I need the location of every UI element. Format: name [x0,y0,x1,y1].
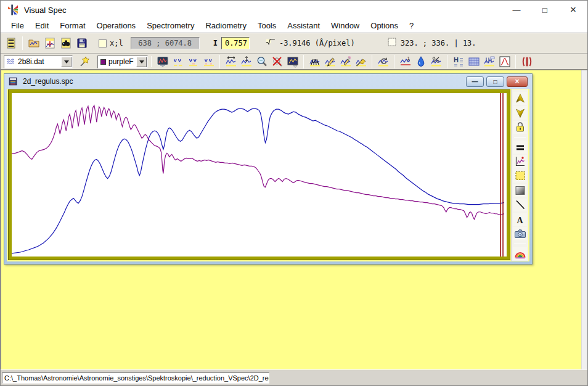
element-lines-button[interactable] [481,55,497,69]
export-chart-icon [287,55,299,68]
selection-marquee-icon [387,37,398,50]
menu-window[interactable]: Window [325,20,365,31]
scale-y-button[interactable] [239,55,254,69]
toolbar-separator [447,55,447,68]
clean-brush-button[interactable] [353,55,369,69]
snapshot-camera-button[interactable] [513,227,527,240]
file-combo-arrow[interactable] [61,57,71,67]
normalize-to-1-button[interactable]: 1 [398,55,413,69]
zoom-off-icon [271,55,284,68]
gradient-square-icon [514,184,526,197]
arrow-down-icon [514,107,526,119]
color-combo-arrow[interactable] [136,57,147,67]
svg-text:H: H [454,56,459,64]
pencil-marker-icon [340,55,352,68]
divide-percent-button[interactable] [428,55,444,69]
add-text-button[interactable]: A [513,213,527,226]
shift-up-button[interactable] [513,92,527,105]
zoom-segment-3-button[interactable] [201,55,216,69]
menu-help[interactable]: ? [404,20,419,31]
document-window[interactable]: 2d_regulus.spc — □ × A [4,73,533,265]
water-drop-button[interactable] [413,55,428,69]
vspec-logo-icon [7,4,19,16]
menu-spectrometry[interactable]: Spectrometry [141,20,200,31]
open-profile-button[interactable] [42,35,58,52]
toolbar-separator [514,244,526,244]
zoom-in-button[interactable] [254,55,269,69]
apply-tool-button[interactable] [77,55,93,69]
menu-format[interactable]: Format [54,20,91,31]
status-path: C:\_Thomas\Astronomie\Astronomie_sonstig… [2,372,269,384]
gaussian-fit-button[interactable] [497,55,512,69]
open-file-button[interactable] [26,35,42,52]
export-view-button[interactable] [285,55,300,69]
browse-files-button[interactable] [58,35,74,52]
erase-points-button[interactable] [307,55,322,69]
marquee-icon [387,37,398,47]
menu-tools[interactable]: Tools [252,20,282,31]
display-icon [157,55,169,68]
zoom-segment-1-button[interactable] [170,55,186,69]
scale-x-button[interactable] [223,55,239,69]
series-purple-spectrum [12,105,504,220]
draw-marker-button[interactable] [338,55,353,69]
draw-pencil-button[interactable] [322,55,338,69]
drop-icon [415,55,427,68]
zoom-segment-2-button[interactable] [186,55,201,69]
display-mode-button[interactable] [155,55,170,69]
document-close-button[interactable]: × [507,76,528,87]
periodic-table-button[interactable] [466,55,481,69]
main-toolbar: x;l 638 ; 6074.8 I 0.757 -3.9146 (Å/pixe… [1,33,587,54]
minimize-button[interactable]: — [502,1,531,19]
select-area-button[interactable] [513,170,527,183]
zoom-reset-button[interactable] [269,55,285,69]
spectrum-chart[interactable] [9,90,510,260]
menu-edit[interactable]: Edit [30,20,54,31]
series-options-button[interactable] [513,155,527,168]
toolbar-separator [303,55,304,68]
open-folder-icon [28,37,40,49]
dispersion-readout: -3.9146 (Å/pixel) [279,39,355,47]
save-button[interactable] [74,35,90,52]
vspec-logo-icon [7,4,19,16]
profiles-stack-button[interactable] [3,35,19,52]
radical-wave-icon [266,37,276,47]
color-palette-button[interactable] [513,247,527,260]
draw-line-button[interactable] [513,199,527,211]
equal-scale-button[interactable] [513,141,527,154]
document-titlebar[interactable]: 2d_regulus.spc — □ × [4,74,532,89]
arrow-up-icon [514,92,526,105]
close-button[interactable]: × [559,1,587,19]
menubar: FileEditFormatOperationsSpectrometryRadi… [1,19,587,33]
spc-doc-icon [8,76,19,87]
menu-assistant[interactable]: Assistant [282,20,325,31]
menu-options[interactable]: Options [365,20,404,31]
toolbar-separator [219,55,220,68]
document-restore-button[interactable]: □ [486,76,504,87]
series-chart-icon [514,155,526,168]
document-minimize-button[interactable]: — [466,76,484,87]
menu-file[interactable]: File [6,20,30,31]
maximize-button[interactable]: □ [531,1,559,19]
document-client-area: A [7,89,529,261]
file-combo-value: 2b8i.dat [18,57,44,66]
coord-mode-checkbox[interactable] [99,39,107,47]
norm-1-icon: 1 [399,55,412,68]
scale-x-icon [225,55,237,68]
file-combobox[interactable]: 2b8i.dat [4,55,73,68]
hydrogen-lines-button[interactable]: H [451,55,466,69]
spectra-toolbar: 2b8i.dat purpleF 1H [1,54,587,70]
replot-button[interactable] [375,55,391,69]
color-combo-value: purpleF [108,57,134,66]
shift-down-button[interactable] [513,106,527,119]
dispersion-icon [266,37,276,50]
menu-radiometry[interactable]: Radiometry [200,20,251,31]
dashed-square-icon [514,170,526,182]
fill-gradient-button[interactable] [513,184,527,197]
intensity-field: 0.757 [221,37,250,49]
radiometry-tool-button[interactable] [519,55,534,69]
spectrum-plot[interactable] [12,93,507,257]
menu-operations[interactable]: Operations [91,20,142,31]
color-combobox[interactable]: purpleF [97,55,148,68]
lock-button[interactable] [513,121,527,134]
